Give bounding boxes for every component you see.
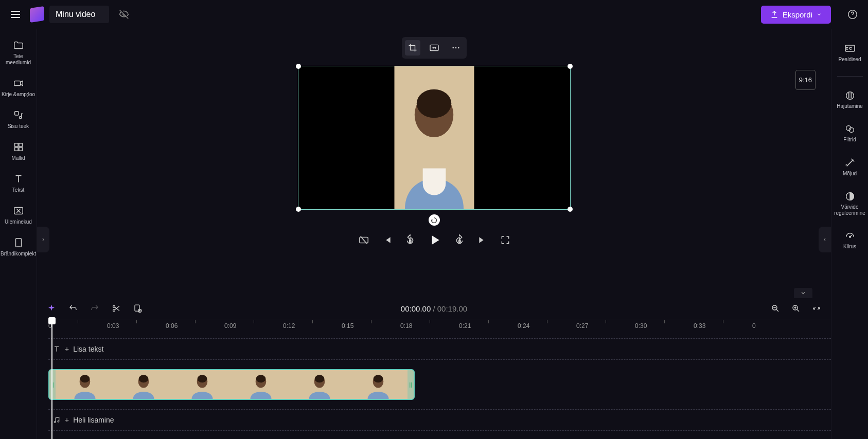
sidebar-item-record[interactable]: Kirje &amp;loo xyxy=(0,73,37,102)
preview-canvas[interactable] xyxy=(298,66,571,210)
sidebar-item-label: Sisu teek xyxy=(8,123,29,130)
svg-rect-9 xyxy=(14,148,17,151)
music-icon xyxy=(52,416,61,424)
sidebar-item-templates[interactable]: Mallid xyxy=(0,137,37,166)
undo-button[interactable] xyxy=(67,302,79,315)
project-title-input[interactable] xyxy=(49,6,109,23)
crop-button[interactable] xyxy=(405,40,420,56)
music-note-icon xyxy=(12,109,25,121)
sidebar-item-label: Hajutamine xyxy=(837,103,863,109)
hide-preview-button[interactable] xyxy=(358,234,369,246)
preview-frame-image xyxy=(394,66,474,209)
speed-icon xyxy=(844,230,856,242)
current-time: 00:00.00 xyxy=(401,304,431,313)
play-button[interactable] xyxy=(428,233,441,247)
total-time: 00:19.00 xyxy=(437,304,467,313)
ruler-mark: 0:21 xyxy=(459,322,471,330)
zoom-out-button[interactable] xyxy=(769,302,782,315)
resize-handle-br[interactable] xyxy=(568,207,573,212)
ruler-mark: 0:24 xyxy=(518,322,529,330)
timeline-ruler[interactable]: 0 0:03 0:06 0:09 0:12 0:15 0:18 0:21 0:2… xyxy=(48,320,831,338)
resize-handle-tr[interactable] xyxy=(568,64,573,69)
sidebar-item-speed[interactable]: Kiirus xyxy=(831,226,868,254)
export-button[interactable]: Ekspordi xyxy=(761,6,831,24)
sidebar-item-effects[interactable]: Mõjud xyxy=(831,153,868,181)
fit-timeline-button[interactable] xyxy=(810,302,823,315)
ruler-mark: 0:30 xyxy=(635,322,647,330)
audio-track-label: Heli lisamine xyxy=(73,416,114,424)
split-button[interactable] xyxy=(110,302,122,315)
sidebar-item-brand-kit[interactable]: Brändikomplekt xyxy=(0,232,37,261)
sidebar-item-filters[interactable]: Filtrid xyxy=(831,119,868,147)
text-track-label: Lisa tekst xyxy=(73,345,103,353)
playback-controls: 5 5 xyxy=(358,233,510,247)
fit-button[interactable] xyxy=(427,40,442,56)
svg-point-45 xyxy=(315,375,325,382)
svg-point-20 xyxy=(416,89,451,118)
svg-rect-10 xyxy=(19,148,22,151)
sidebar-item-label: Tekst xyxy=(12,187,24,193)
sidebar-item-label: Värvide reguleerimine xyxy=(832,204,867,216)
svg-point-16 xyxy=(455,47,456,49)
svg-point-42 xyxy=(256,375,266,382)
svg-point-36 xyxy=(139,375,149,382)
svg-rect-4 xyxy=(14,81,20,85)
more-options-button[interactable] xyxy=(448,40,464,56)
ruler-mark: 0:03 xyxy=(107,322,119,330)
filters-icon xyxy=(844,123,856,135)
sidebar-item-color-adjust[interactable]: Värvide reguleerimine xyxy=(831,187,868,220)
svg-point-15 xyxy=(452,47,454,49)
sidebar-item-transitions[interactable]: Üleminekud xyxy=(0,200,37,229)
transitions-icon xyxy=(12,205,25,217)
svg-point-49 xyxy=(54,422,56,423)
ruler-mark: 0:09 xyxy=(224,322,236,330)
sidebar-item-content-library[interactable]: Sisu teek xyxy=(0,105,37,134)
help-button[interactable] xyxy=(843,5,862,24)
add-media-button[interactable] xyxy=(132,302,144,315)
skip-forward-button[interactable] xyxy=(477,235,488,245)
fullscreen-button[interactable] xyxy=(500,235,510,245)
resize-handle-tl[interactable] xyxy=(296,64,301,69)
captions-icon xyxy=(844,42,856,54)
text-icon xyxy=(12,173,25,185)
collapse-timeline-button[interactable] xyxy=(794,288,812,298)
svg-point-33 xyxy=(80,375,90,382)
skip-back-button[interactable] xyxy=(382,235,392,245)
audio-track[interactable]: + Heli lisamine xyxy=(48,409,831,431)
main-menu-button[interactable] xyxy=(6,5,25,24)
folder-icon xyxy=(12,39,25,51)
plus-icon: + xyxy=(65,345,69,353)
aspect-ratio-button[interactable]: 9:16 xyxy=(795,70,816,90)
sidebar-item-text[interactable]: Tekst xyxy=(0,169,37,197)
forward-5s-button[interactable]: 5 xyxy=(454,234,465,246)
sidebar-item-label: Teie meediumid xyxy=(1,53,36,66)
video-clip[interactable]: || || xyxy=(48,369,415,400)
timeline-tracks: + Lisa tekst || || xyxy=(48,338,831,439)
svg-rect-8 xyxy=(19,143,22,147)
sidebar-item-your-media[interactable]: Teie meediumid xyxy=(0,35,37,70)
text-track[interactable]: + Lisa tekst xyxy=(48,338,831,360)
visibility-off-icon[interactable] xyxy=(118,9,130,20)
ai-sparkle-button[interactable] xyxy=(45,302,58,315)
left-sidebar: Teie meediumid Kirje &amp;loo Sisu teek … xyxy=(0,29,37,439)
timeline-toolbar: 00:00.00 / 00:19.00 xyxy=(37,297,831,320)
clip-trim-right[interactable]: || xyxy=(408,370,414,399)
sidebar-item-label: Mallid xyxy=(11,155,25,161)
svg-rect-12 xyxy=(15,239,21,247)
clip-thumbnails xyxy=(56,370,408,399)
sidebar-item-fade[interactable]: Hajutamine xyxy=(831,86,868,114)
svg-point-39 xyxy=(198,375,207,382)
zoom-in-button[interactable] xyxy=(790,302,802,315)
playhead[interactable] xyxy=(48,317,56,324)
svg-point-26 xyxy=(113,309,115,312)
rotate-handle[interactable] xyxy=(429,214,440,226)
video-track[interactable]: || || xyxy=(48,368,831,401)
sidebar-item-captions[interactable]: Pealdised xyxy=(831,38,868,67)
clip-trim-left[interactable]: || xyxy=(49,370,56,399)
ruler-mark: 0:12 xyxy=(283,322,295,330)
svg-rect-5 xyxy=(14,112,18,115)
contrast-icon xyxy=(844,191,856,202)
rewind-5s-button[interactable]: 5 xyxy=(404,234,416,246)
playhead-line xyxy=(51,320,52,439)
resize-handle-bl[interactable] xyxy=(296,207,301,212)
